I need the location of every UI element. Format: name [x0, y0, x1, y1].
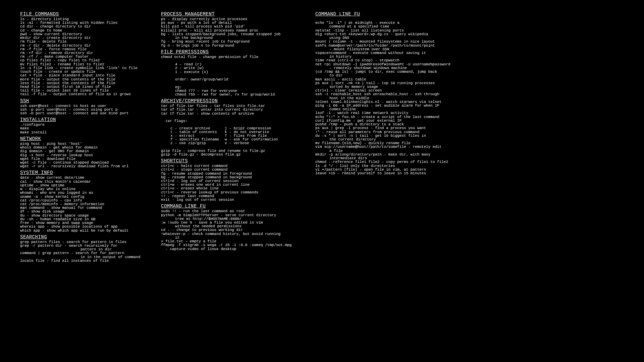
- section-network: ping host - ping host 'host'whois domain…: [20, 142, 148, 169]
- cheat-line: 1 - execute (x): [161, 70, 302, 74]
- cheat-line: make: [20, 127, 148, 130]
- heading-clfu-left: COMMAND LINE FU: [161, 204, 302, 208]
- cheat-line: leave +15 - remind yourself to leave in …: [315, 172, 463, 175]
- section-installation: ./configuremakemake install: [20, 123, 148, 134]
- cheat-line: tail -f file - output contents of file a…: [20, 93, 148, 96]
- heading-shortcuts: SHORTCUTS: [161, 159, 302, 163]
- heading-searching: SEARCHING: [20, 235, 148, 239]
- cheat-line: cd dir - change directory to dir: [20, 25, 148, 28]
- cheat-line: tar xf file.tar - untar into current dir…: [161, 108, 302, 112]
- cheat-line: command | grep pattern - search for for …: [20, 251, 148, 255]
- cheat-line: chmod 755 - rwx for owner, rx for group/…: [161, 93, 302, 97]
- tar-flag-left: z - use zip/gzip: [161, 141, 225, 145]
- heading-archive: ARCHIVE/COMPRESSION: [161, 99, 302, 103]
- section-file-permissions: chmod octal file - change permission of …: [161, 55, 302, 97]
- cheat-line: to dir: [315, 74, 463, 77]
- cheat-line: ps aux | grep -i process - find a proces…: [315, 126, 463, 130]
- section-archive-bottom: gzip file - compress file and rename to …: [161, 145, 302, 157]
- cheat-line: kill pid - kill process with pid 'pid': [161, 25, 302, 28]
- section-system-info: date - show current date/timecal - show …: [20, 176, 148, 232]
- cheat-line: order: owner/group/world: [161, 78, 302, 81]
- cheatsheet-columns: FILE COMMANDS ls - directory listingls -…: [20, 12, 624, 263]
- cheat-line: df - show disk usage: [20, 210, 148, 214]
- section-process-management: ps - display currently active processesp…: [161, 17, 302, 48]
- cheat-line: cat > file - place standard input into f…: [20, 74, 148, 77]
- cheat-line: ctrl+z - stops current command: [161, 168, 302, 172]
- cheat-line: which app - show which app will be run b…: [20, 229, 148, 233]
- tar-flag-row: z - use zip/gzipv - verbose: [161, 141, 302, 145]
- cheat-line: locate file - find all instances of file: [20, 259, 148, 263]
- section-ssh: ssh user@host - connect to host as users…: [20, 104, 148, 116]
- section-archive-flags: c - create archivej - bzip2 compressiont…: [161, 127, 302, 145]
- heading-file-permissions: FILE PERMISSIONS: [161, 50, 302, 54]
- cheat-line: make install: [20, 131, 148, 134]
- cheat-line: [161, 145, 302, 149]
- heading-clfu-right: COMMAND LINE FU: [315, 12, 463, 16]
- tar-flag-right: v - verbose: [225, 141, 249, 145]
- cheat-line: !whatever:p - check command history, but…: [161, 232, 302, 236]
- cheat-line: ffmpeg -f x11grab -s wxga -r 25 -i :0.0 …: [161, 243, 302, 247]
- cheat-line: exit - log out of current session: [161, 198, 302, 202]
- cheat-line: mount | column -t - mounted filesystems …: [315, 40, 463, 44]
- cheat-line: lsof -i - watch real time network activi…: [315, 111, 463, 115]
- cheat-line: - capture video of linux desktop: [161, 247, 302, 251]
- column-2: PROCESS MANAGEMENT ps - display currentl…: [161, 12, 302, 263]
- column-1: FILE COMMANDS ls - directory listingls -…: [20, 12, 148, 263]
- section-file-commands: ls - directory listingls -al - formatted…: [20, 17, 148, 97]
- cheat-line: wget -r url - recursively download files…: [20, 165, 148, 168]
- heading-ssh: SSH: [20, 99, 148, 103]
- column-3: COMMAND LINE FU echo "ls -l" | at midnig…: [315, 12, 463, 263]
- cheat-line: tar tf file.tar - show contents of archi…: [161, 112, 302, 116]
- cheat-line: sudo !! - run the last command as root: [161, 209, 302, 213]
- cheat-line: whereis app - show possible locations of…: [20, 225, 148, 229]
- cheat-line: chmod --reference file1 file2 - copy per…: [315, 160, 463, 164]
- heading-installation: INSTALLATION: [20, 117, 148, 122]
- cheat-line: gzip -d file.gz - decompress file.gz: [161, 153, 302, 157]
- section-archive-top: tar cf file.tar files - tar files into f…: [161, 104, 302, 127]
- cheat-line: chmod octal file - change permission of …: [161, 55, 302, 59]
- cheat-line: command at a specified time: [315, 25, 463, 28]
- heading-system-info: SYSTEM INFO: [20, 170, 148, 175]
- cheat-line: cd - - change to previous working dir: [161, 228, 302, 232]
- section-clfu-left: sudo !! - run the last command as rootpy…: [161, 209, 302, 251]
- cheat-line: ./configure: [20, 123, 148, 127]
- cheat-line: fg - bring most recent job to foreground: [161, 40, 302, 44]
- cheat-line: ssh -D port user@host - connect and use …: [20, 112, 148, 115]
- cheat-line: 2 - write (w): [161, 66, 302, 70]
- cheat-line: tar flags:: [161, 119, 302, 123]
- cheat-line: whoami - who are you logged in as: [20, 191, 148, 195]
- cheat-line: dig domain - get DNS for domain: [20, 149, 148, 153]
- cheat-line: fg n - brings job n to foreground: [161, 44, 302, 48]
- cheat-line: rm file - delete file: [20, 40, 148, 44]
- heading-file-commands: FILE COMMANDS: [20, 12, 148, 16]
- section-clfu-right: echo "ls -l" | at midnight - execute aco…: [315, 17, 463, 175]
- section-searching: grep pattern files - search for pattern …: [20, 240, 148, 263]
- cheat-line: vim scp://username@host//path/to/somefil…: [315, 145, 463, 149]
- cheat-line: date - show current date/time: [20, 176, 148, 180]
- cheat-line: ctrl+u - erases whole line: [161, 187, 302, 190]
- cheat-line: [161, 81, 302, 85]
- heading-network: NETWORK: [20, 136, 148, 141]
- heading-process-management: PROCESS MANAGEMENT: [161, 12, 302, 16]
- cheat-line: cp file1 file2 - copy file1 to file2: [20, 59, 148, 62]
- cheat-line: ssh -t reachable_host ssh unreachable_ho…: [315, 93, 463, 96]
- section-shortcuts: ctrl+c - halts current commandctrl+z - s…: [161, 164, 302, 202]
- cheat-line: time read (ctrl-d to stop) - stopwatch: [315, 59, 463, 62]
